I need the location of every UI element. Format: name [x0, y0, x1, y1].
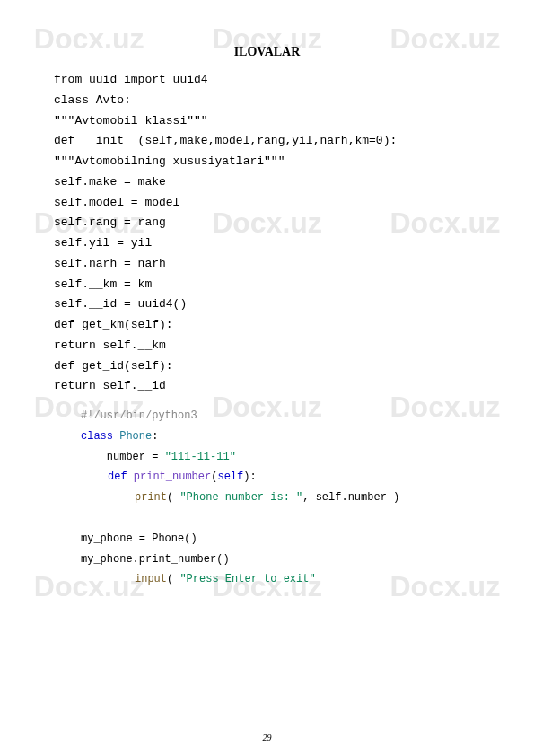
code-line: #!/usr/bin/python3	[54, 406, 480, 426]
code-line: def get_id(self):	[54, 356, 480, 377]
code-line: input( "Press Enter to exit"	[54, 569, 480, 590]
code-line: """Avtomobil klassi"""	[54, 111, 480, 132]
code-line: def __init__(self,make,model,rang,yil,na…	[54, 131, 480, 152]
code-line: return self.__id	[54, 376, 480, 397]
code-line: self.yil = yil	[54, 233, 480, 254]
code-line: self.model = model	[54, 193, 480, 214]
keyword: def	[108, 470, 127, 483]
python-highlighted-block: #!/usr/bin/python3 class Phone: number =…	[54, 406, 480, 590]
colon: :	[152, 430, 158, 443]
code-line: self.__km = km	[54, 275, 480, 295]
code-line: """Avtomobilning xususiyatlari"""	[54, 152, 480, 172]
page-number: 29	[0, 733, 534, 743]
comment-text: #!/usr/bin/python3	[81, 409, 197, 422]
class-name: Phone	[119, 430, 152, 443]
tail: , self.number )	[302, 491, 399, 504]
code-line: from uuid import uuid4	[54, 70, 480, 91]
blank-line	[54, 508, 480, 529]
self-kw: self	[217, 470, 243, 483]
code-line: number = "111-11-11"	[54, 447, 480, 468]
keyword: class	[81, 430, 113, 443]
code-line: self.narh = narh	[54, 254, 480, 275]
code-line: class Avto:	[54, 91, 480, 111]
builtin: input	[135, 573, 167, 585]
string: "Press Enter to exit"	[179, 573, 315, 585]
func-name: print_number	[134, 470, 211, 483]
string: "111-11-11"	[165, 451, 236, 463]
code-line: self.rang = rang	[54, 213, 480, 233]
code-line: self.__id = uuid4()	[54, 294, 480, 315]
code-line: class Phone:	[54, 426, 480, 447]
code-line: my_phone = Phone()	[54, 529, 480, 549]
page-content: ILOVALAR from uuid import uuid4 class Av…	[0, 0, 534, 617]
code-line: def print_number(self):	[54, 467, 480, 488]
string: "Phone number is: "	[179, 491, 302, 504]
builtin: print	[135, 491, 167, 504]
code-line: return self.__km	[54, 336, 480, 356]
assign: number =	[81, 451, 165, 463]
code-line: def get_km(self):	[54, 315, 480, 336]
code-line: my_phone.print_number()	[54, 549, 480, 570]
code-line: print( "Phone number is: ", self.number …	[54, 488, 480, 508]
page-title: ILOVALAR	[54, 45, 480, 59]
code-line: self.make = make	[54, 172, 480, 193]
